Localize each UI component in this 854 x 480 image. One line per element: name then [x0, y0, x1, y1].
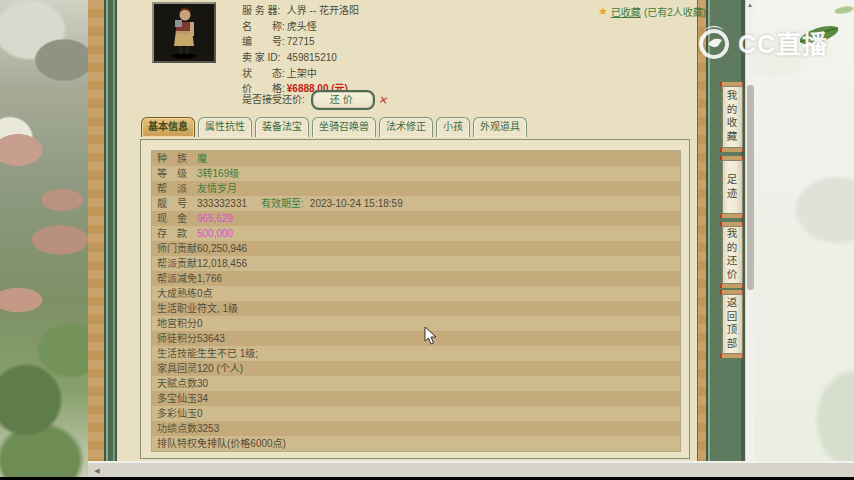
tab-basic-info[interactable]: 基本信息 [141, 117, 195, 137]
row-value: 0 [197, 408, 203, 419]
field-label: 状 态: [242, 66, 284, 82]
basic-info-table: 种 族魔 等 级3转169级 帮 派友情岁月 靓 号333332331有效期至:… [151, 150, 681, 452]
horizontal-scrollbar[interactable]: ◀ [88, 461, 854, 477]
table-row: 家具回灵120 (个人) [152, 361, 680, 376]
table-row: 等 级3转169级 [152, 166, 680, 181]
row-value: 免排队(价格6000点) [197, 438, 286, 449]
vertical-scroll-thumb[interactable] [747, 85, 754, 290]
tab-spell-correction[interactable]: 法术修正 [379, 117, 433, 137]
field-status: 状 态: 上架中 [242, 66, 582, 82]
field-value: 人界 -- 花开洛阳 [287, 5, 359, 16]
row-label: 种 族 [157, 151, 197, 166]
row-value: 友情岁月 [197, 183, 237, 194]
row-label: 帮派减免 [157, 271, 197, 286]
sidebar-item-back-to-top[interactable]: 返回顶部 [720, 290, 744, 358]
field-label: 服 务 器: [242, 3, 284, 19]
table-row: 排队特权免排队(价格6000点) [152, 436, 680, 451]
sidebar-item-label: 我的还价 [725, 228, 740, 282]
table-row: 帮派减免1,766 [152, 271, 680, 286]
table-row: 多宝仙玉34 [152, 391, 680, 406]
right-painting-background [753, 0, 854, 477]
row-value: 60,250,946 [197, 243, 247, 254]
row-label: 生活技能 [157, 346, 197, 361]
bargain-row: 是否接受还价: 还价 ✕ [242, 90, 388, 110]
character-sprite [154, 4, 214, 61]
tab-attributes[interactable]: 属性抗性 [198, 117, 252, 137]
table-row: 存 款500,000 [152, 226, 680, 241]
scroll-cap [720, 354, 744, 358]
row-label: 排队特权 [157, 436, 197, 451]
favorite-count: (已有2人收藏) [644, 4, 706, 19]
field-value: 459815210 [287, 52, 337, 63]
sidebar-item-footprints[interactable]: 足迹 [720, 156, 744, 218]
row-label: 天赋点数 [157, 376, 197, 391]
row-value: 120 (个人) [197, 363, 243, 374]
row-label: 多彩仙玉 [157, 406, 197, 421]
row-label: 师徒积分 [157, 331, 197, 346]
table-row: 种 族魔 [152, 151, 680, 166]
field-name: 名 称: 虎头怪 [242, 19, 582, 35]
field-label: 卖 家 ID: [242, 50, 284, 66]
row-value: 34 [197, 393, 208, 404]
sidebar-item-label: 返回顶部 [725, 297, 740, 351]
row-value: 生生不已 1级; [197, 348, 258, 359]
table-row: 靓 号333332331有效期至:2023-10-24 15:18:59 [152, 196, 680, 211]
row-value: 965,629 [197, 213, 233, 224]
row-label: 靓 号 [157, 196, 197, 211]
table-row: 生活技能生生不已 1级; [152, 346, 680, 361]
left-rail-green [104, 0, 117, 461]
tab-mount-summon[interactable]: 坐骑召唤兽 [312, 117, 376, 137]
sidebar-item-label: 足迹 [725, 174, 740, 201]
table-row: 现 金965,629 [152, 211, 680, 226]
tab-equipment[interactable]: 装备法宝 [255, 117, 309, 137]
sidebar-item-label: 我的收藏 [725, 90, 740, 144]
mouse-cursor [424, 326, 437, 345]
row-label: 帮 派 [157, 181, 197, 196]
sidebar-item-my-counteroffers[interactable]: 我的还价 [720, 222, 744, 288]
row-label: 帮派贡献 [157, 256, 197, 271]
scroll-left-icon[interactable]: ◀ [90, 465, 104, 476]
row-value: 12,018,456 [197, 258, 247, 269]
table-row: 帮派贡献12,018,456 [152, 256, 680, 271]
row-value: 0 [197, 318, 203, 329]
row-label: 多宝仙玉 [157, 391, 197, 406]
field-number: 编 号: 72715 [242, 34, 582, 50]
scroll-cap [720, 284, 744, 288]
sidebar-item-my-favorites[interactable]: 我的收藏 [720, 82, 744, 152]
bargain-button[interactable]: 还价 [311, 90, 375, 110]
row-value: 500,000 [197, 228, 233, 239]
field-value: 72715 [287, 36, 315, 47]
bargain-label: 是否接受还价: [242, 90, 305, 110]
field-label: 名 称: [242, 19, 284, 35]
star-icon: ★ [598, 5, 608, 18]
cc-live-watermark: CC直播 [694, 22, 828, 62]
row-label: 等 级 [157, 166, 197, 181]
table-row: 生活职业符文, 1级 [152, 301, 680, 316]
favorited-link[interactable]: 已收藏 [611, 4, 641, 19]
table-row: 大成熟练0点 [152, 286, 680, 301]
left-painting-background [0, 0, 88, 477]
row-value: 符文, 1级 [197, 303, 238, 314]
tab-appearance-items[interactable]: 外观道具 [473, 117, 527, 137]
vertical-scrollbar[interactable]: ▲ [745, 0, 754, 461]
row-label: 现 金 [157, 211, 197, 226]
character-portrait [152, 2, 216, 63]
left-rail-tan [88, 0, 104, 461]
table-row: 功绩点数3253 [152, 421, 680, 436]
row-label: 存 款 [157, 226, 197, 241]
validity-label: 有效期至: [261, 198, 304, 209]
table-row: 帮 派友情岁月 [152, 181, 680, 196]
basic-info-panel: 种 族魔 等 级3转169级 帮 派友情岁月 靓 号333332331有效期至:… [140, 139, 690, 459]
table-row: 师徒积分53643 [152, 331, 680, 346]
row-value: 魔 [197, 153, 207, 164]
field-value: 虎头怪 [287, 21, 317, 32]
row-label: 功绩点数 [157, 421, 197, 436]
leaf-decoration-small [833, 2, 854, 18]
scroll-up-icon[interactable]: ▲ [746, 1, 754, 9]
table-row: 地宫积分0 [152, 316, 680, 331]
row-label: 师门贡献 [157, 241, 197, 256]
field-label: 编 号: [242, 34, 284, 50]
field-value: 上架中 [287, 68, 317, 79]
favorite-row: ★ 已收藏 (已有2人收藏) [598, 4, 706, 19]
tab-child[interactable]: 小孩 [436, 117, 470, 137]
